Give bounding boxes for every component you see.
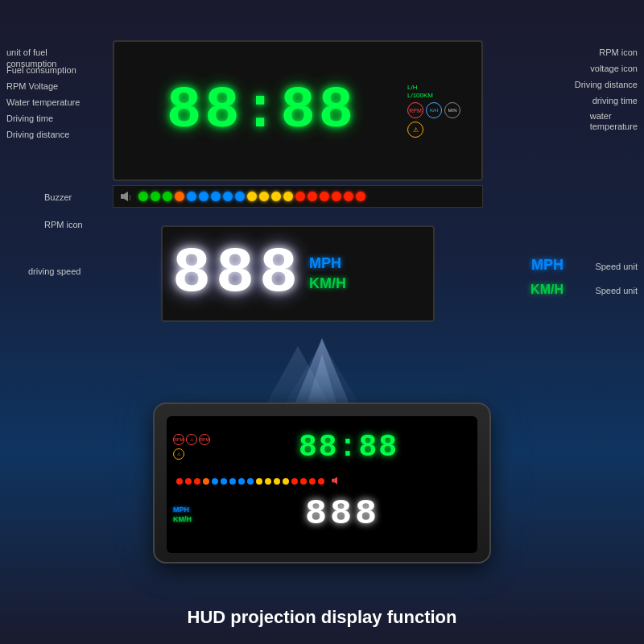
label-driving-time: Driving time — [6, 113, 53, 124]
label-water-temp-right: water temperature — [590, 111, 638, 132]
label-speed-unit-right2: Speed unit — [595, 285, 638, 296]
label-driving-distance: Driving distance — [6, 129, 69, 140]
label-buzzer: Buzzer — [44, 192, 72, 203]
device-led-10 — [256, 478, 262, 485]
device-led-1 — [176, 478, 183, 485]
label-driving-distance-right: Driving distance — [575, 79, 638, 90]
device-warn-text: RPM — [200, 437, 208, 442]
device-top-row: RPM ⚠ RPM ⚠ — [173, 423, 471, 471]
device-icons-row2: ⚠ — [173, 448, 221, 460]
label-speed-unit-mph: MPH — [531, 256, 564, 275]
led-dot-11 — [259, 192, 269, 201]
device-led-5 — [212, 478, 218, 485]
device-rpm-text: RPM — [174, 437, 183, 442]
label-rpm-icon-right: RPM icon — [599, 47, 638, 58]
hud-panel-top: 88:88 L/HL/100KM RPM K/H MIN ⚠ — [113, 40, 483, 181]
led-dot-3 — [163, 192, 172, 201]
device-led-bar — [173, 474, 471, 489]
led-dot-12 — [271, 192, 281, 201]
speed-circle-icon: K/H — [426, 102, 442, 118]
device-container: RPM ⚠ RPM ⚠ — [153, 402, 491, 564]
label-water-temp: Water temperature — [6, 97, 80, 108]
buzzer-icon: ) — [120, 190, 133, 203]
device-screen: RPM ⚠ RPM ⚠ — [167, 416, 477, 553]
device-temp-icon: ⚠ — [186, 434, 197, 445]
device-led-12 — [274, 478, 280, 485]
device-led-16 — [309, 478, 316, 485]
device-rpm-icon: RPM — [173, 434, 184, 445]
device-led-15 — [300, 478, 307, 485]
label-driving-time-right: driving time — [592, 95, 638, 106]
device-port — [314, 562, 330, 564]
icon-row-warn: ⚠ — [407, 122, 423, 138]
min-circle-icon: MIN — [444, 102, 460, 118]
device-speed-labels: MPH KM/H — [173, 506, 209, 523]
led-dot-2 — [151, 192, 160, 201]
led-dot-17 — [332, 192, 341, 201]
device-temp-text: ⚠ — [190, 437, 193, 442]
label-voltage-icon: voltage icon — [590, 63, 638, 74]
led-dot-16 — [320, 192, 329, 201]
device-led-14 — [291, 478, 298, 485]
device-led-4 — [203, 478, 209, 485]
device-white-display: 888 — [214, 493, 471, 535]
device-led-7 — [229, 478, 236, 485]
led-dot-18 — [344, 192, 353, 201]
led-dot-1 — [138, 192, 148, 201]
green-display-area: 88:88 — [121, 48, 402, 173]
label-speed-unit-kmh: KM/H — [530, 282, 564, 299]
led-dot-9 — [235, 192, 245, 201]
label-speed-unit-right1: Speed unit — [595, 261, 638, 272]
kmh-label: KM/H — [309, 275, 346, 292]
device-bottom-row: MPH KM/H 888 — [173, 492, 471, 536]
main-container: unit of fuel consumption Fuel consumptio… — [0, 0, 644, 644]
diagram-section: unit of fuel consumption Fuel consumptio… — [0, 16, 644, 242]
label-rpm-voltage: RPM Voltage — [6, 80, 58, 92]
led-dot-8 — [223, 192, 233, 201]
device-kmh-label: KM/H — [173, 515, 209, 523]
hud-right-icons: L/HL/100KM RPM K/H MIN ⚠ — [402, 84, 475, 138]
unit-label-lh: L/HL/100KM — [407, 84, 433, 99]
label-rpm-icon-left: RPM icon — [44, 219, 83, 230]
device-led-13 — [283, 478, 289, 485]
device-green-display: 88:88 — [226, 430, 471, 464]
device-led-6 — [221, 478, 227, 485]
label-fuel-consumption: Fuel consumption — [6, 64, 76, 76]
device-buzzer — [330, 474, 340, 489]
device-icons-left: RPM ⚠ RPM ⚠ — [173, 434, 221, 460]
led-dot-10 — [247, 192, 257, 201]
led-dot-4 — [175, 192, 184, 201]
device-white-seg: 888 — [305, 493, 380, 535]
led-bar: ) — [113, 185, 483, 208]
hud-panel-speed: 888 MPH KM/H — [161, 225, 435, 322]
device-warn-icon: RPM — [199, 434, 210, 445]
led-dot-14 — [295, 192, 305, 201]
label-driving-speed: driving speed — [28, 266, 80, 277]
icon-row-rpm: RPM K/H MIN — [407, 102, 460, 118]
mph-label: MPH — [309, 255, 346, 272]
green-seven-seg: 88:88 — [167, 82, 357, 140]
led-dot-7 — [211, 192, 221, 201]
led-dot-5 — [187, 192, 196, 201]
device-buzzer-icon — [330, 476, 340, 485]
page-title: HUD projection display function — [188, 607, 457, 628]
device-led-9 — [247, 478, 254, 485]
led-dot-13 — [283, 192, 293, 201]
svg-marker-1 — [124, 192, 128, 201]
warn-circle-icon: ⚠ — [407, 122, 423, 138]
led-dot-6 — [199, 192, 208, 201]
device-oil-text: ⚠ — [177, 452, 180, 456]
svg-marker-7 — [332, 479, 334, 483]
svg-rect-0 — [121, 194, 124, 199]
device-led-11 — [265, 478, 271, 485]
rpm-circle-icon: RPM — [407, 102, 423, 118]
white-seven-seg: 888 — [172, 242, 303, 306]
device-led-8 — [238, 478, 245, 485]
device-led-3 — [194, 478, 200, 485]
led-dot-19 — [356, 192, 365, 201]
svg-text:): ) — [129, 194, 130, 200]
device-led-17 — [318, 478, 324, 485]
device-mph-label: MPH — [173, 506, 209, 514]
svg-marker-8 — [334, 477, 337, 485]
device-oil-icon: ⚠ — [173, 448, 184, 460]
